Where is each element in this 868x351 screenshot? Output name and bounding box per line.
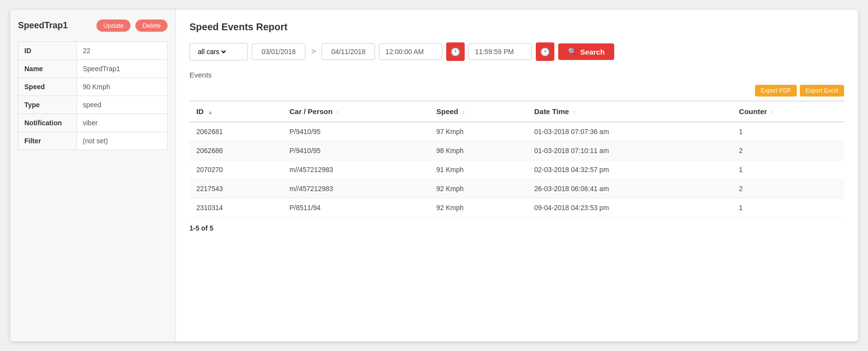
cell-car_person: P/8511/94 [283, 198, 429, 217]
info-label: ID [19, 42, 77, 60]
cell-speed: 92 Kmph [430, 198, 528, 217]
report-title: Speed Events Report [189, 21, 844, 33]
col-header-date_time[interactable]: Date Time ↕ [528, 101, 732, 122]
sort-icon: ↕ [573, 109, 576, 115]
cell-speed: 92 Kmph [430, 179, 528, 198]
cell-id: 2310314 [189, 198, 283, 217]
col-header-speed[interactable]: Speed ↕ [430, 101, 528, 122]
table-header: ID ▲Car / Person ↕Speed ↕Date Time ↕Coun… [189, 101, 844, 122]
cell-counter: 1 [732, 160, 844, 179]
device-title: SpeedTrap1 [18, 20, 68, 31]
action-buttons: Update Delete [96, 20, 168, 32]
export-row: Export PDF Export Excel [189, 85, 844, 97]
cell-date_time: 02-03-2018 04:32:57 pm [528, 160, 732, 179]
table-row: 2217543m//45721298392 Kmph26-03-2018 06:… [189, 179, 844, 198]
date-to-input[interactable]: 04/11/2018 [321, 43, 375, 60]
info-value: 22 [77, 42, 168, 60]
info-label: Speed [19, 78, 77, 96]
time-from-input[interactable]: 12:00:00 AM [379, 43, 442, 60]
clock-to-icon: 🕐 [540, 47, 550, 57]
col-header-car_person[interactable]: Car / Person ↕ [283, 101, 429, 122]
info-label: Name [19, 60, 77, 78]
cell-date_time: 01-03-2018 07:07:36 am [528, 122, 732, 141]
info-value: speed [77, 96, 168, 114]
cell-car_person: P/9410/95 [283, 122, 429, 141]
cell-date_time: 09-04-2018 04:23:53 pm [528, 198, 732, 217]
search-button[interactable]: 🔍 Search [558, 43, 614, 60]
car-select-wrapper[interactable]: all cars [189, 43, 248, 60]
info-row: Name SpeedTrap1 [19, 60, 168, 78]
time-to-input[interactable]: 11:59:59 PM [469, 43, 532, 60]
pagination-info: 1-5 of 5 [189, 224, 844, 232]
data-table: ID ▲Car / Person ↕Speed ↕Date Time ↕Coun… [189, 100, 844, 217]
cell-speed: 91 Kmph [430, 160, 528, 179]
cell-id: 2070270 [189, 160, 283, 179]
table-row: 2062681P/9410/9597 Kmph01-03-2018 07:07:… [189, 122, 844, 141]
delete-button[interactable]: Delete [135, 20, 168, 32]
table-row: 2310314P/8511/9492 Kmph09-04-2018 04:23:… [189, 198, 844, 217]
clock-from-icon: 🕐 [451, 47, 460, 57]
table-row: 2070270m//45721298391 Kmph02-03-2018 04:… [189, 160, 844, 179]
info-value: SpeedTrap1 [77, 60, 168, 78]
clock-from-button[interactable]: 🕐 [446, 42, 465, 61]
export-excel-button[interactable]: Export Excel [800, 85, 844, 97]
info-row: Filter (not set) [19, 132, 168, 150]
cell-counter: 2 [732, 141, 844, 160]
clock-to-button[interactable]: 🕐 [536, 42, 554, 61]
info-value: (not set) [77, 132, 168, 150]
info-row: ID 22 [19, 42, 168, 60]
sort-icon: ↕ [337, 109, 340, 115]
cell-speed: 97 Kmph [430, 122, 528, 141]
table-body: 2062681P/9410/9597 Kmph01-03-2018 07:07:… [189, 122, 844, 217]
cell-car_person: m//457212983 [283, 160, 429, 179]
car-select[interactable]: all cars [196, 47, 227, 56]
left-header: SpeedTrap1 Update Delete [18, 20, 168, 32]
cell-speed: 98 Kmph [430, 141, 528, 160]
info-value: 90 Kmph [77, 78, 168, 96]
cell-id: 2062686 [189, 141, 283, 160]
info-table: ID 22 Name SpeedTrap1 Speed 90 Kmph Type… [18, 41, 168, 150]
sort-icon: ↕ [771, 109, 774, 115]
sort-asc-icon: ▲ [208, 109, 213, 115]
events-label: Events [189, 71, 844, 79]
cell-id: 2062681 [189, 122, 283, 141]
cell-counter: 1 [732, 122, 844, 141]
date-from-input[interactable]: 03/01/2018 [252, 43, 305, 60]
table-row: 2062686P/9410/9598 Kmph01-03-2018 07:10:… [189, 141, 844, 160]
cell-id: 2217543 [189, 179, 283, 198]
info-label: Notification [19, 114, 77, 132]
info-row: Type speed [19, 96, 168, 114]
right-panel: Speed Events Report all cars 03/01/2018 … [176, 10, 858, 341]
cell-date_time: 26-03-2018 06:06:41 am [528, 179, 732, 198]
sort-icon: ↕ [462, 109, 465, 115]
search-icon: 🔍 [568, 47, 577, 56]
search-label: Search [580, 48, 604, 56]
cell-counter: 1 [732, 198, 844, 217]
left-panel: SpeedTrap1 Update Delete ID 22 Name Spee… [10, 10, 176, 341]
update-button[interactable]: Update [96, 20, 131, 32]
date-arrow-icon: > [309, 47, 318, 56]
info-label: Type [19, 96, 77, 114]
cell-date_time: 01-03-2018 07:10:11 am [528, 141, 732, 160]
filter-bar: all cars 03/01/2018 > 04/11/2018 12:00:0… [189, 42, 844, 61]
info-row: Notification viber [19, 114, 168, 132]
col-header-counter[interactable]: Counter ↕ [732, 101, 844, 122]
cell-counter: 2 [732, 179, 844, 198]
cell-car_person: m//457212983 [283, 179, 429, 198]
info-label: Filter [19, 132, 77, 150]
col-header-id[interactable]: ID ▲ [189, 101, 283, 122]
cell-car_person: P/9410/95 [283, 141, 429, 160]
info-value: viber [77, 114, 168, 132]
export-pdf-button[interactable]: Export PDF [755, 85, 797, 97]
info-row: Speed 90 Kmph [19, 78, 168, 96]
